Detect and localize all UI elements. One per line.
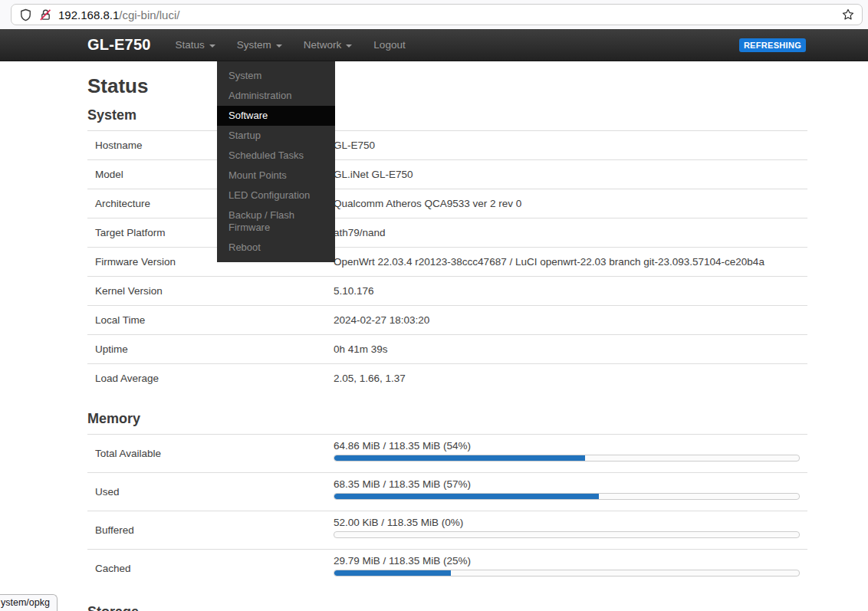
page-title: Status (87, 74, 807, 98)
row-label: Total Available (87, 435, 334, 472)
table-row: Buffered 52.00 KiB / 118.35 MiB (0%) (87, 511, 807, 549)
url-text[interactable]: 192.168.8.1/cgi-bin/luci/ (58, 8, 179, 21)
row-label: Uptime (87, 343, 334, 355)
nav-item-status-label: Status (176, 39, 205, 51)
menu-item-administration[interactable]: Administration (217, 86, 335, 106)
memory-table: Total Available 64.86 MiB / 118.35 MiB (… (87, 434, 807, 587)
nav-item-system-label: System (237, 39, 271, 51)
menu-item-mount-points[interactable]: Mount Points (217, 166, 335, 186)
insecure-lock-icon[interactable] (38, 8, 52, 21)
menu-item-scheduled-tasks[interactable]: Scheduled Tasks (217, 146, 335, 166)
menu-item-system[interactable]: System (217, 66, 335, 86)
browser-toolbar: 192.168.8.1/cgi-bin/luci/ (0, 0, 868, 29)
row-value: 2.05, 1.66, 1.37 (334, 373, 807, 384)
memory-value: 64.86 MiB / 118.35 MiB (54%) (334, 440, 800, 452)
menu-item-reboot[interactable]: Reboot (217, 238, 335, 258)
table-row: Architecture Qualcomm Atheros QCA9533 ve… (87, 189, 807, 218)
table-row: Load Average 2.05, 1.66, 1.37 (87, 363, 807, 393)
menu-item-software[interactable]: Software (217, 106, 335, 126)
url-host: 192.168.8.1 (58, 8, 119, 21)
row-label: Used (87, 473, 334, 511)
chevron-down-icon (209, 44, 215, 48)
section-heading-system: System (87, 107, 807, 123)
refreshing-badge[interactable]: REFRESHING (739, 38, 806, 52)
chevron-down-icon (346, 44, 352, 48)
system-dropdown-menu: System Administration Software Startup S… (217, 61, 335, 262)
progress-bar (334, 570, 800, 577)
star-icon[interactable] (841, 8, 855, 21)
nav-item-status[interactable]: Status (165, 29, 226, 61)
progress-fill (334, 570, 451, 576)
memory-value: 68.35 MiB / 118.35 MiB (57%) (334, 478, 800, 490)
chevron-down-icon (276, 44, 282, 48)
progress-fill (334, 494, 599, 499)
table-row: Uptime 0h 41m 39s (87, 334, 807, 363)
progress-bar (334, 531, 800, 538)
table-row: Local Time 2024-02-27 18:03:20 (87, 305, 807, 334)
row-value: 5.10.176 (334, 285, 807, 297)
row-value: ath79/nand (334, 227, 807, 238)
nav-item-network-label: Network (304, 39, 342, 51)
row-label: Load Average (87, 373, 334, 384)
nav-item-logout[interactable]: Logout (363, 29, 416, 61)
shield-icon[interactable] (18, 8, 32, 21)
address-bar[interactable]: 192.168.8.1/cgi-bin/luci/ (11, 4, 863, 25)
table-row: Total Available 64.86 MiB / 118.35 MiB (… (87, 434, 807, 472)
section-heading-storage: Storage (87, 604, 807, 611)
row-label: Cached (87, 550, 334, 587)
row-value: GL-E750 (334, 140, 807, 151)
memory-value: 29.79 MiB / 118.35 MiB (25%) (334, 555, 800, 567)
progress-bar (334, 455, 800, 462)
system-info-table: Hostname GL-E750 Model GL.iNet GL-E750 A… (87, 130, 807, 393)
progress-fill (334, 455, 585, 461)
menu-item-startup[interactable]: Startup (217, 126, 335, 146)
link-preview-tooltip: ystem/opkg (0, 594, 58, 611)
nav-item-system[interactable]: System (226, 29, 293, 61)
row-value: Qualcomm Atheros QCA9533 ver 2 rev 0 (334, 198, 807, 209)
table-row: Hostname GL-E750 (87, 130, 807, 159)
brand-title: GL-E750 (87, 36, 151, 54)
table-row: Firmware Version OpenWrt 22.03.4 r20123-… (87, 247, 807, 276)
row-value: 0h 41m 39s (334, 343, 807, 355)
row-label: Kernel Version (87, 285, 334, 297)
main-content: Status System Hostname GL-E750 Model GL.… (87, 74, 807, 611)
row-label: Local Time (87, 314, 334, 326)
progress-bar (334, 493, 800, 500)
row-value: OpenWrt 22.03.4 r20123-38ccc47687 / LuCI… (334, 256, 807, 268)
row-label: Buffered (87, 511, 334, 549)
row-value: 2024-02-27 18:03:20 (334, 314, 807, 326)
menu-item-led-configuration[interactable]: LED Configuration (217, 186, 335, 205)
table-row: Cached 29.79 MiB / 118.35 MiB (25%) (87, 549, 807, 587)
table-row: Model GL.iNet GL-E750 (87, 159, 807, 189)
nav-item-logout-label: Logout (373, 39, 405, 51)
table-row: Target Platform ath79/nand (87, 218, 807, 247)
memory-value: 52.00 KiB / 118.35 MiB (0%) (334, 517, 800, 528)
table-row: Kernel Version 5.10.176 (87, 276, 807, 305)
top-navbar: GL-E750 Status System Network Logout REF… (0, 29, 868, 61)
menu-item-backup-flash-firmware[interactable]: Backup / Flash Firmware (217, 205, 335, 238)
table-row: Used 68.35 MiB / 118.35 MiB (57%) (87, 472, 807, 511)
row-value: GL.iNet GL-E750 (334, 169, 807, 180)
url-path: /cgi-bin/luci/ (119, 8, 179, 21)
section-heading-memory: Memory (87, 411, 807, 427)
nav-item-network[interactable]: Network (293, 29, 363, 61)
